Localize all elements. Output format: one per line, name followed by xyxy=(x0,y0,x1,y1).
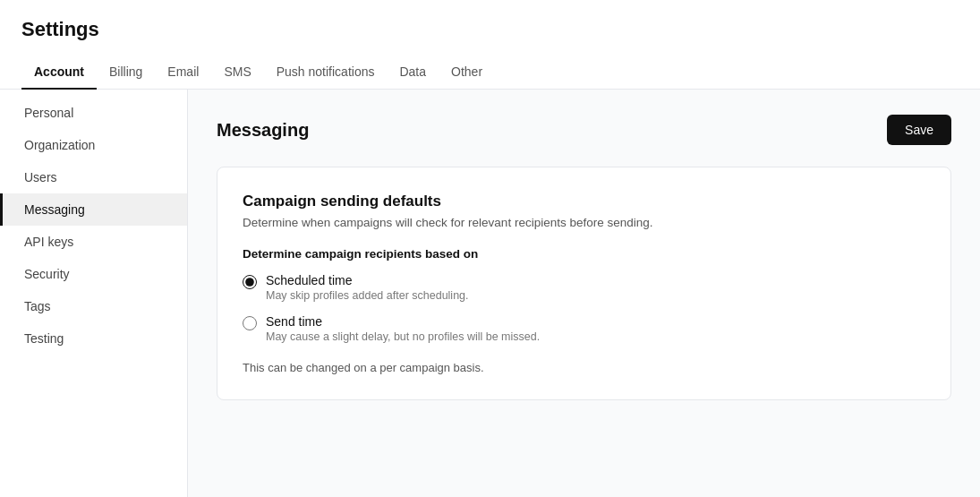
sidebar-item-messaging[interactable]: Messaging xyxy=(0,193,187,226)
radio-send-time-label: Send time xyxy=(266,314,540,329)
radio-scheduled-time-hint: May skip profiles added after scheduling… xyxy=(266,289,469,302)
sidebar-item-users[interactable]: Users xyxy=(0,161,187,193)
campaign-defaults-card: Campaign sending defaults Determine when… xyxy=(217,167,951,400)
radio-option-scheduled-time[interactable]: Scheduled time May skip profiles added a… xyxy=(243,273,925,302)
radio-scheduled-time-label: Scheduled time xyxy=(266,273,469,287)
card-description: Determine when campaigns will check for … xyxy=(243,216,925,229)
sidebar-item-personal[interactable]: Personal xyxy=(0,97,187,129)
page-header: Settings Account Billing Email SMS Push … xyxy=(0,0,980,90)
sidebar: Personal Organization Users Messaging AP… xyxy=(0,90,188,497)
main-header: Messaging Save xyxy=(217,115,951,145)
radio-option-send-time[interactable]: Send time May cause a slight delay, but … xyxy=(243,314,925,343)
main-section-title: Messaging xyxy=(217,120,309,141)
radio-send-time[interactable] xyxy=(243,316,257,330)
top-nav: Account Billing Email SMS Push notificat… xyxy=(21,56,959,89)
tab-push-notifications[interactable]: Push notifications xyxy=(264,56,388,90)
tab-other[interactable]: Other xyxy=(439,56,495,90)
tab-account[interactable]: Account xyxy=(21,56,97,90)
sidebar-item-api-keys[interactable]: API keys xyxy=(0,226,187,258)
main-content: Messaging Save Campaign sending defaults… xyxy=(188,90,980,497)
radio-send-time-hint: May cause a slight delay, but no profile… xyxy=(266,330,540,343)
sidebar-item-organization[interactable]: Organization xyxy=(0,129,187,161)
sidebar-item-security[interactable]: Security xyxy=(0,258,187,290)
sidebar-item-tags[interactable]: Tags xyxy=(0,290,187,322)
content-area: Personal Organization Users Messaging AP… xyxy=(0,90,980,497)
tab-email[interactable]: Email xyxy=(155,56,211,90)
sidebar-item-testing[interactable]: Testing xyxy=(0,322,187,355)
page-title: Settings xyxy=(21,18,959,41)
section-label: Determine campaign recipients based on xyxy=(243,247,925,261)
card-title: Campaign sending defaults xyxy=(243,193,925,210)
save-button[interactable]: Save xyxy=(887,115,951,145)
radio-group-recipients: Scheduled time May skip profiles added a… xyxy=(243,273,925,343)
radio-scheduled-time[interactable] xyxy=(243,275,257,289)
tab-sms[interactable]: SMS xyxy=(211,56,263,90)
tab-billing[interactable]: Billing xyxy=(97,56,155,90)
card-footer-note: This can be changed on a per campaign ba… xyxy=(243,361,925,374)
tab-data[interactable]: Data xyxy=(387,56,439,90)
